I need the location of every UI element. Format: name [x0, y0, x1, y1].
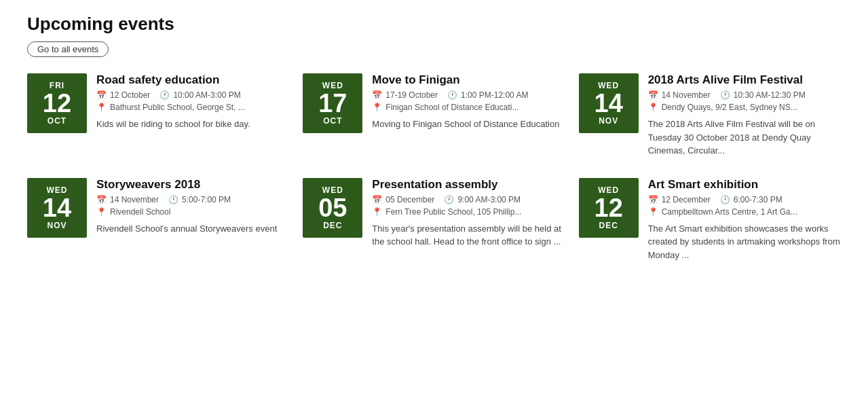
event-title: Storyweavers 2018	[96, 178, 289, 192]
calendar-icon: 📅	[648, 90, 658, 100]
event-location-meta: 📍 Dendy Quays, 9/2 East, Sydney NS...	[648, 103, 841, 112]
event-info: Storyweavers 2018 📅 14 November 🕐 5:00-7…	[96, 178, 289, 236]
event-title: Road safety education	[96, 73, 289, 87]
event-date-meta: 📅 17-19 October	[372, 90, 438, 100]
event-location-meta: 📍 Finigan School of Distance Educati...	[372, 103, 565, 112]
event-date-text: 12 October	[110, 90, 150, 100]
day-num: 05	[318, 195, 347, 221]
event-date-text: 05 December	[385, 195, 434, 204]
day-num: 12	[595, 195, 623, 221]
meta-row: 📅 12 December 🕐 6:00-7:30 PM	[648, 195, 841, 206]
meta-row: 📅 12 October 🕐 10:00 AM-3:00 PM	[96, 90, 289, 101]
date-badge: Wed 12 DEC	[579, 178, 639, 238]
event-time-text: 10:00 AM-3:00 PM	[173, 90, 240, 100]
event-time-meta: 🕐 6:00-7:30 PM	[720, 195, 782, 204]
date-badge: Wed 14 NOV	[579, 73, 639, 133]
event-card: Wed 17 OCT Move to Finigan 📅 17-19 Octob…	[303, 73, 565, 158]
event-date-meta: 📅 14 November	[96, 195, 159, 204]
event-time-meta: 🕐 10:00 AM-3:00 PM	[159, 90, 240, 100]
event-date-meta: 📅 05 December	[372, 195, 434, 204]
calendar-icon: 📅	[372, 195, 382, 204]
event-description: The 2018 Arts Alive Film Festival will b…	[648, 118, 841, 158]
event-date-meta: 📅 12 December	[648, 195, 711, 204]
event-date-text: 17-19 October	[385, 90, 438, 100]
event-time-text: 9:00 AM-3:00 PM	[457, 195, 521, 204]
event-date-meta: 📅 12 October	[96, 90, 150, 100]
event-card: Wed 05 DEC Presentation assembly 📅 05 De…	[303, 178, 565, 262]
calendar-icon: 📅	[648, 195, 658, 204]
clock-icon: 🕐	[159, 90, 170, 100]
meta-row: 📅 14 November 🕐 5:00-7:00 PM	[96, 195, 289, 206]
event-time-text: 5:00-7:00 PM	[182, 195, 231, 204]
page-title: Upcoming events	[27, 14, 841, 35]
event-time-meta: 🕐 1:00 PM-12:00 AM	[447, 90, 528, 100]
location-icon: 📍	[96, 207, 107, 217]
day-num: 14	[43, 195, 71, 221]
event-time-text: 6:00-7:30 PM	[734, 195, 782, 204]
events-grid: Fri 12 OCT Road safety education 📅 12 Oc…	[27, 73, 841, 262]
event-location-text: Bathurst Public School, George St, ...	[110, 103, 245, 112]
month: OCT	[323, 116, 342, 126]
event-info: 2018 Arts Alive Film Festival 📅 14 Novem…	[648, 73, 841, 158]
calendar-icon: 📅	[96, 195, 107, 204]
date-badge: Wed 17 OCT	[303, 73, 362, 133]
clock-icon: 🕐	[720, 195, 730, 204]
event-title: 2018 Arts Alive Film Festival	[648, 73, 841, 87]
location-icon: 📍	[96, 103, 107, 112]
location-icon: 📍	[372, 207, 382, 217]
event-location-text: Campbelltown Arts Centre, 1 Art Ga...	[662, 207, 797, 217]
event-location-meta: 📍 Campbelltown Arts Centre, 1 Art Ga...	[648, 207, 841, 217]
event-location-text: Fern Tree Public School, 105 Phillip...	[385, 207, 521, 217]
meta-row: 📅 14 November 🕐 10:30 AM-12:30 PM	[648, 90, 841, 101]
day-num: 12	[43, 90, 71, 116]
event-time-text: 10:30 AM-12:30 PM	[734, 90, 806, 100]
clock-icon: 🕐	[447, 90, 457, 100]
clock-icon: 🕐	[720, 90, 730, 100]
meta-row: 📅 17-19 October 🕐 1:00 PM-12:00 AM	[372, 90, 565, 101]
event-info: Move to Finigan 📅 17-19 October 🕐 1:00 P…	[372, 73, 565, 131]
month: NOV	[599, 116, 618, 126]
clock-icon: 🕐	[168, 195, 178, 204]
event-description: The Art Smart exhibition showcases the w…	[648, 222, 841, 262]
event-location-text: Finigan School of Distance Educati...	[385, 103, 518, 112]
event-info: Road safety education 📅 12 October 🕐 10:…	[96, 73, 289, 131]
calendar-icon: 📅	[372, 90, 382, 100]
event-location-meta: 📍 Rivendell School	[96, 207, 289, 217]
event-description: Kids wil be riding to school for bike da…	[96, 118, 289, 131]
date-badge: Wed 05 DEC	[303, 178, 362, 238]
month: OCT	[48, 116, 67, 126]
event-title: Presentation assembly	[372, 178, 565, 192]
event-location-meta: 📍 Fern Tree Public School, 105 Phillip..…	[372, 207, 565, 217]
event-time-text: 1:00 PM-12:00 AM	[461, 90, 528, 100]
event-location-text: Dendy Quays, 9/2 East, Sydney NS...	[662, 103, 797, 112]
day-num: 14	[595, 90, 623, 116]
event-card: Wed 14 NOV Storyweavers 2018 📅 14 Novemb…	[27, 178, 289, 262]
date-badge: Fri 12 OCT	[27, 73, 87, 133]
calendar-icon: 📅	[96, 90, 107, 100]
event-card: Wed 12 DEC Art Smart exhibition 📅 12 Dec…	[579, 178, 841, 262]
month: DEC	[323, 221, 342, 230]
date-badge: Wed 14 NOV	[27, 178, 87, 238]
event-description: Rivendell School's annual Storyweavers e…	[96, 222, 289, 236]
event-time-meta: 🕐 10:30 AM-12:30 PM	[720, 90, 806, 100]
event-date-text: 12 December	[662, 195, 711, 204]
event-date-meta: 📅 14 November	[648, 90, 711, 100]
clock-icon: 🕐	[444, 195, 454, 204]
go-all-events-button[interactable]: Go to all events	[27, 41, 109, 57]
event-description: Moving to Finigan School of Distance Edu…	[372, 118, 565, 131]
event-title: Art Smart exhibition	[648, 178, 841, 192]
event-time-meta: 🕐 9:00 AM-3:00 PM	[444, 195, 521, 204]
event-date-text: 14 November	[662, 90, 711, 100]
event-location-meta: 📍 Bathurst Public School, George St, ...	[96, 103, 289, 112]
event-time-meta: 🕐 5:00-7:00 PM	[168, 195, 231, 204]
meta-row: 📅 05 December 🕐 9:00 AM-3:00 PM	[372, 195, 565, 206]
event-title: Move to Finigan	[372, 73, 565, 87]
event-info: Art Smart exhibition 📅 12 December 🕐 6:0…	[648, 178, 841, 262]
event-card: Fri 12 OCT Road safety education 📅 12 Oc…	[27, 73, 289, 158]
location-icon: 📍	[648, 207, 658, 217]
event-location-text: Rivendell School	[110, 207, 170, 217]
event-card: Wed 14 NOV 2018 Arts Alive Film Festival…	[579, 73, 841, 158]
event-info: Presentation assembly 📅 05 December 🕐 9:…	[372, 178, 565, 249]
location-icon: 📍	[372, 103, 382, 112]
day-num: 17	[318, 90, 347, 116]
